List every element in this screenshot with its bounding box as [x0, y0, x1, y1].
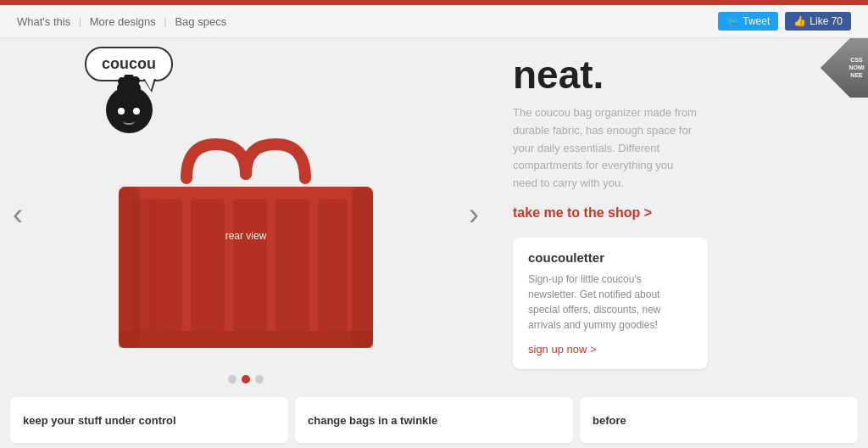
mascot-eyes	[118, 108, 140, 115]
like-button[interactable]: 👍 Like 70	[785, 12, 851, 31]
svg-rect-7	[233, 199, 267, 331]
css-badge: CSSNOMINEE	[821, 38, 868, 98]
svg-rect-8	[275, 199, 309, 331]
svg-rect-11	[119, 331, 373, 348]
signup-link[interactable]: sign up now >	[528, 343, 597, 356]
right-arrow-icon: ›	[469, 197, 479, 232]
right-panel: CSSNOMINEE neat. The coucou bag organize…	[492, 38, 868, 390]
rear-view-label: rear view	[225, 230, 267, 242]
svg-point-3	[131, 76, 140, 85]
mascot-eye-right	[133, 108, 140, 115]
bag-image: rear view	[68, 127, 424, 365]
main-content: coucou	[0, 38, 868, 390]
dot-2[interactable]	[242, 375, 250, 384]
svg-rect-12	[119, 187, 140, 348]
bag-svg	[68, 127, 424, 365]
tweet-button[interactable]: 🐦 Tweet	[718, 12, 778, 31]
mascot-head	[106, 87, 153, 133]
twitter-icon: 🐦	[726, 15, 739, 27]
hero-description: The coucou bag organizer made from durab…	[513, 104, 699, 193]
like-label: Like 70	[810, 15, 843, 27]
svg-rect-13	[352, 187, 373, 348]
newsletter-text: Sign-up for little coucou's newsletter. …	[528, 272, 693, 333]
bottom-card-2-title: change bags in a twinkle	[308, 414, 437, 427]
mascot: coucou	[85, 47, 173, 133]
dot-3[interactable]	[255, 375, 264, 384]
facebook-icon: 👍	[793, 15, 806, 27]
bottom-cards: keep your stuff under control change bag…	[0, 390, 868, 448]
bottom-card-2: change bags in a twinkle	[295, 397, 573, 443]
mascot-text: coucou	[102, 55, 156, 72]
nav-sep-2: |	[164, 14, 167, 28]
css-badge-text: CSSNOMINEE	[849, 56, 864, 79]
bottom-card-1: keep your stuff under control	[10, 397, 288, 443]
left-arrow-icon: ‹	[13, 197, 23, 232]
bottom-card-1-title: keep your stuff under control	[23, 414, 176, 427]
bottom-card-3-title: before	[593, 414, 626, 427]
carousel: coucou	[0, 38, 492, 390]
css-badge-area: CSSNOMINEE	[809, 38, 868, 98]
svg-rect-6	[191, 199, 225, 331]
newsletter-box: coucouletter Sign-up for little coucou's…	[513, 238, 708, 369]
svg-rect-9	[318, 199, 348, 331]
nav-more-designs[interactable]: More designs	[90, 15, 156, 28]
shop-link[interactable]: take me to the shop >	[513, 205, 847, 221]
mascot-hair-svg	[112, 75, 146, 92]
prev-button[interactable]: ‹	[4, 188, 31, 241]
newsletter-title: coucouletter	[528, 250, 693, 265]
mascot-mouth	[123, 120, 135, 125]
carousel-dots	[228, 375, 264, 384]
nav-sep-1: |	[79, 14, 81, 28]
hero-heading: neat.	[513, 55, 847, 94]
nav-bag-specs[interactable]: Bag specs	[175, 15, 226, 28]
tweet-label: Tweet	[743, 15, 770, 27]
social-buttons: 🐦 Tweet 👍 Like 70	[718, 12, 851, 31]
rear-view-text: rear view	[225, 230, 267, 242]
mascot-eye-left	[118, 108, 125, 115]
navigation: What's this | More designs | Bag specs 🐦…	[0, 5, 868, 38]
dot-1[interactable]	[228, 375, 236, 384]
nav-whats-this[interactable]: What's this	[17, 15, 70, 28]
bottom-card-3: before	[580, 397, 858, 443]
next-button[interactable]: ›	[460, 188, 487, 241]
